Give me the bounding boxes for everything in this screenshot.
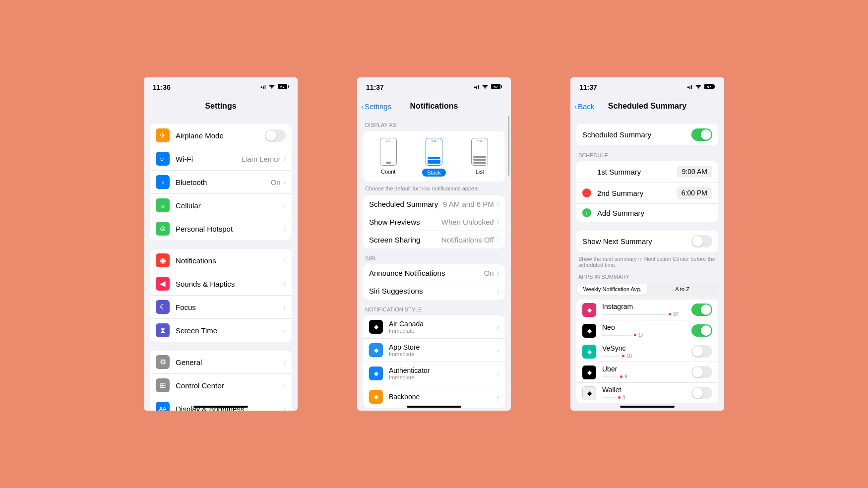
settings-row-general[interactable]: ⚙General› [150,351,292,374]
home-indicator[interactable] [407,406,461,408]
display-option-count[interactable]: 9:41 Count [380,138,397,177]
time-picker[interactable]: 6:00 PM [677,187,712,199]
summary-content[interactable]: Scheduled Summary SCHEDULE 1st Summary9:… [570,115,724,411]
remove-icon[interactable]: − [582,188,591,197]
notification-meter [602,356,620,357]
row-label: Sounds & Haptics [176,280,284,288]
settings-row-notifications[interactable]: ◉Notifications› [150,249,292,272]
row-label: Notifications [176,256,284,265]
chevron-left-icon: ‹ [574,102,577,111]
row-siri-suggestions[interactable]: Siri Suggestions› [363,282,505,300]
app-toggle[interactable] [691,304,712,316]
notification-count: 9 [624,374,627,379]
show-next-summary-row[interactable]: Show Next Summary [576,231,718,252]
scheduled-summary-toggle[interactable] [691,128,712,141]
app-name: App Store [389,343,497,351]
nav-bar: ‹ Settings Notifications [357,97,511,115]
app-toggle[interactable] [691,366,712,378]
summary-app-row[interactable]: ◆Uber9 [576,362,718,383]
settings-row-wi-fi[interactable]: ᯤWi-FiLiam Lemur› [150,147,292,171]
status-bar: 11:37 •ıl 57 [357,77,511,97]
app-row-air-canada[interactable]: ◆Air CanadaImmediate› [363,315,505,339]
add-icon[interactable]: + [582,208,591,217]
signal-icon: •ıl [687,84,692,91]
display-option-label: List [476,169,484,175]
chevron-right-icon: › [497,218,499,226]
app-toggle[interactable] [691,345,712,358]
settings-row-screen-time[interactable]: ⧗Screen Time› [150,319,292,342]
scroll-indicator[interactable] [508,116,509,176]
seg-weekly-avg[interactable]: Weekly Notification Avg. [577,284,647,295]
summary-app-row[interactable]: ◆Instagram37 [576,300,718,320]
app-name: Backbone [389,393,497,401]
signal-icon: •ıl [474,84,479,91]
settings-row-personal-hotspot[interactable]: ⊚Personal Hotspot› [150,217,292,240]
app-toggle[interactable] [691,387,712,399]
display-option-stack[interactable]: 9:41 Stack [422,138,446,177]
app-row-app-store[interactable]: ◆App StoreImmediate› [363,339,505,362]
row-label: Scheduled Summary [369,200,443,208]
time-picker[interactable]: 9:00 AM [677,166,712,178]
row-screen-sharing[interactable]: Screen SharingNotifications Off› [363,231,505,248]
display-option-list[interactable]: 9:41 List [471,138,488,177]
meter-dot-icon [669,313,671,315]
phone-notifications: 11:37 •ıl 57 ‹ Settings Notifications DI… [357,77,511,411]
row-announce-notifications[interactable]: Announce NotificationsOn› [363,264,505,282]
meter-dot-icon [620,375,622,378]
summary-app-row[interactable]: ◆VeSync10 [576,341,718,362]
next-summary-label: Show Next Summary [582,237,691,245]
group-alerts: ◉Notifications›◀Sounds & Haptics›☾Focus›… [150,249,292,342]
chevron-right-icon: › [497,370,499,377]
home-indicator[interactable] [193,406,248,408]
sort-segmented-control[interactable]: Weekly Notification Avg. A to Z [576,283,718,296]
settings-row-airplane-mode[interactable]: ✈Airplane Mode [150,124,292,147]
svg-rect-4 [501,85,502,88]
settings-row-display-brightness[interactable]: AADisplay & Brightness› [150,397,292,411]
row-show-previews[interactable]: Show PreviewsWhen Unlocked› [363,213,505,231]
wifi-icon [695,84,702,91]
chevron-right-icon: › [497,236,499,244]
app-row-backbone[interactable]: ◆Backbone› [363,385,505,408]
settings-row-cellular[interactable]: ⟐Cellular› [150,194,292,217]
row-scheduled-summary[interactable]: Scheduled Summary9 AM and 6 PM› [363,195,505,213]
nav-bar: ‹ Back Scheduled Summary [570,97,724,115]
bell-icon: ◉ [156,253,170,267]
scheduled-summary-toggle-row[interactable]: Scheduled Summary [576,124,718,145]
next-summary-group: Show Next Summary [576,231,718,252]
style-header: NOTIFICATION STYLE [357,300,511,315]
settings-content[interactable]: ✈Airplane ModeᯤWi-FiLiam Lemur›ᚼBluetoot… [144,115,298,411]
toggle[interactable] [265,129,286,142]
app-toggle[interactable] [691,324,712,337]
show-next-summary-toggle[interactable] [691,235,712,247]
display-option-label: Count [381,169,395,175]
battery-icon: 57 [704,84,715,91]
settings-row-control-center[interactable]: ⊞Control Center› [150,374,292,397]
back-button[interactable]: ‹ Settings [361,102,391,111]
svg-rect-7 [714,85,715,88]
row-label: Personal Hotspot [176,225,284,233]
master-label: Scheduled Summary [582,130,691,139]
wifi-icon: ᯤ [156,152,170,166]
schedule-row[interactable]: 1st Summary9:00 AM [576,161,718,183]
add-summary-row[interactable]: +Add Summary [576,204,718,222]
chevron-right-icon: › [497,347,499,354]
settings-row-bluetooth[interactable]: ᚼBluetoothOn› [150,171,292,194]
meter-dot-icon [622,355,624,357]
schedule-row[interactable]: −2nd Summary6:00 PM [576,183,718,204]
app-icon: ◆ [369,366,383,380]
page-title: Scheduled Summary [608,102,686,111]
status-time: 11:36 [153,83,171,91]
settings-row-focus[interactable]: ☾Focus› [150,296,292,319]
settings-row-sounds-haptics[interactable]: ◀Sounds & Haptics› [150,272,292,296]
status-icons: •ıl 57 [474,84,502,91]
summary-app-row[interactable]: ◆Neo17 [576,320,718,341]
seg-a-to-z[interactable]: A to Z [647,284,717,295]
home-indicator[interactable] [620,406,675,408]
app-row-authenticator[interactable]: ◆AuthenticatorImmediate› [363,362,505,385]
back-button[interactable]: ‹ Back [574,102,594,111]
app-name: Air Canada [389,320,497,328]
notifications-content[interactable]: DISPLAY AS 9:41 Count 9:41 Stack 9:41 Li… [357,115,511,411]
row-label: Siri Suggestions [369,287,497,295]
summary-app-row[interactable]: ◆Wallet8 [576,383,718,403]
schedule-header: SCHEDULE [570,145,724,161]
